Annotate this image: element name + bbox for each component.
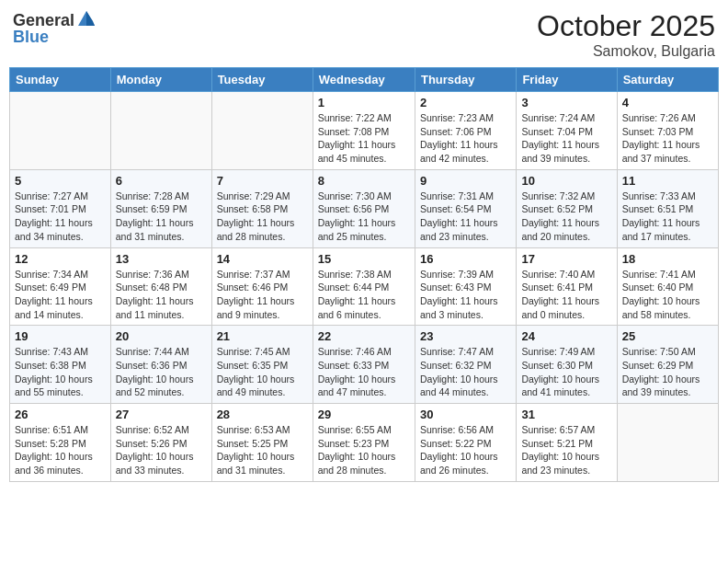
day-number: 14: [217, 252, 308, 266]
calendar-cell: 6Sunrise: 7:28 AM Sunset: 6:59 PM Daylig…: [110, 169, 211, 247]
title-block: October 2025 Samokov, Bulgaria: [537, 9, 715, 60]
calendar-cell: 21Sunrise: 7:45 AM Sunset: 6:35 PM Dayli…: [211, 326, 313, 404]
day-number: 25: [622, 329, 713, 343]
day-info: Sunrise: 6:52 AM Sunset: 5:26 PM Dayligh…: [116, 423, 207, 477]
day-number: 28: [217, 408, 308, 421]
day-info: Sunrise: 7:37 AM Sunset: 6:46 PM Dayligh…: [217, 268, 308, 322]
weekday-header: Sunday: [10, 68, 111, 92]
weekday-header: Monday: [110, 68, 211, 92]
calendar-cell: 13Sunrise: 7:36 AM Sunset: 6:48 PM Dayli…: [110, 247, 211, 326]
calendar-week-row: 19Sunrise: 7:43 AM Sunset: 6:38 PM Dayli…: [10, 326, 719, 404]
calendar-cell: 1Sunrise: 7:22 AM Sunset: 7:08 PM Daylig…: [313, 92, 415, 170]
day-number: 26: [15, 408, 106, 421]
calendar-week-row: 1Sunrise: 7:22 AM Sunset: 7:08 PM Daylig…: [10, 92, 719, 170]
day-info: Sunrise: 7:50 AM Sunset: 6:29 PM Dayligh…: [622, 345, 713, 399]
calendar-cell: 25Sunrise: 7:50 AM Sunset: 6:29 PM Dayli…: [617, 326, 718, 404]
day-info: Sunrise: 7:34 AM Sunset: 6:49 PM Dayligh…: [15, 268, 106, 322]
calendar-cell: 17Sunrise: 7:40 AM Sunset: 6:41 PM Dayli…: [517, 247, 617, 326]
day-info: Sunrise: 7:45 AM Sunset: 6:35 PM Dayligh…: [217, 345, 308, 399]
day-number: 16: [420, 252, 511, 266]
day-number: 2: [420, 96, 511, 109]
day-info: Sunrise: 7:49 AM Sunset: 6:30 PM Dayligh…: [521, 345, 611, 399]
calendar-cell: 24Sunrise: 7:49 AM Sunset: 6:30 PM Dayli…: [517, 326, 617, 404]
day-number: 9: [420, 174, 511, 188]
calendar-cell: 26Sunrise: 6:51 AM Sunset: 5:28 PM Dayli…: [10, 404, 111, 482]
calendar-cell: 28Sunrise: 6:53 AM Sunset: 5:25 PM Dayli…: [211, 404, 313, 482]
day-info: Sunrise: 7:23 AM Sunset: 7:06 PM Dayligh…: [420, 111, 511, 166]
day-info: Sunrise: 6:57 AM Sunset: 5:21 PM Dayligh…: [521, 423, 611, 477]
day-info: Sunrise: 7:44 AM Sunset: 6:36 PM Dayligh…: [116, 345, 207, 399]
day-number: 4: [622, 96, 713, 109]
logo: General Blue: [13, 9, 97, 47]
day-number: 5: [15, 174, 106, 188]
day-number: 15: [318, 252, 410, 266]
calendar-cell: 2Sunrise: 7:23 AM Sunset: 7:06 PM Daylig…: [415, 92, 516, 170]
day-number: 23: [420, 329, 511, 343]
calendar-cell: [211, 92, 313, 170]
calendar-cell: 3Sunrise: 7:24 AM Sunset: 7:04 PM Daylig…: [517, 92, 617, 170]
day-info: Sunrise: 7:38 AM Sunset: 6:44 PM Dayligh…: [318, 268, 410, 322]
day-info: Sunrise: 6:56 AM Sunset: 5:22 PM Dayligh…: [420, 423, 511, 477]
calendar-cell: [110, 92, 211, 170]
day-number: 22: [318, 329, 410, 343]
day-info: Sunrise: 7:33 AM Sunset: 6:51 PM Dayligh…: [622, 190, 713, 244]
calendar-cell: 5Sunrise: 7:27 AM Sunset: 7:01 PM Daylig…: [10, 169, 111, 247]
day-number: 11: [622, 174, 713, 188]
day-info: Sunrise: 7:27 AM Sunset: 7:01 PM Dayligh…: [15, 190, 106, 244]
day-number: 31: [521, 408, 611, 421]
day-info: Sunrise: 7:43 AM Sunset: 6:38 PM Dayligh…: [15, 345, 106, 399]
weekday-header: Friday: [517, 68, 617, 92]
calendar-cell: 7Sunrise: 7:29 AM Sunset: 6:58 PM Daylig…: [211, 169, 313, 247]
day-info: Sunrise: 7:24 AM Sunset: 7:04 PM Dayligh…: [521, 111, 611, 166]
calendar-cell: 29Sunrise: 6:55 AM Sunset: 5:23 PM Dayli…: [313, 404, 415, 482]
weekday-header: Saturday: [617, 68, 718, 92]
day-info: Sunrise: 7:26 AM Sunset: 7:03 PM Dayligh…: [622, 111, 713, 166]
day-number: 13: [116, 252, 207, 266]
calendar-cell: 9Sunrise: 7:31 AM Sunset: 6:54 PM Daylig…: [415, 169, 516, 247]
calendar-cell: [10, 92, 111, 170]
calendar-week-row: 5Sunrise: 7:27 AM Sunset: 7:01 PM Daylig…: [10, 169, 719, 247]
day-info: Sunrise: 7:40 AM Sunset: 6:41 PM Dayligh…: [521, 268, 611, 322]
month-title: October 2025: [537, 9, 715, 43]
calendar-week-row: 12Sunrise: 7:34 AM Sunset: 6:49 PM Dayli…: [10, 247, 719, 326]
day-info: Sunrise: 7:22 AM Sunset: 7:08 PM Dayligh…: [318, 111, 410, 166]
day-number: 7: [217, 174, 308, 188]
calendar-cell: 15Sunrise: 7:38 AM Sunset: 6:44 PM Dayli…: [313, 247, 415, 326]
calendar-cell: 20Sunrise: 7:44 AM Sunset: 6:36 PM Dayli…: [110, 326, 211, 404]
day-info: Sunrise: 7:36 AM Sunset: 6:48 PM Dayligh…: [116, 268, 207, 322]
calendar-table: SundayMondayTuesdayWednesdayThursdayFrid…: [9, 67, 719, 482]
calendar-cell: 16Sunrise: 7:39 AM Sunset: 6:43 PM Dayli…: [415, 247, 516, 326]
calendar-cell: 19Sunrise: 7:43 AM Sunset: 6:38 PM Dayli…: [10, 326, 111, 404]
weekday-header: Wednesday: [313, 68, 415, 92]
day-info: Sunrise: 6:55 AM Sunset: 5:23 PM Dayligh…: [318, 423, 410, 477]
day-info: Sunrise: 7:32 AM Sunset: 6:52 PM Dayligh…: [521, 190, 611, 244]
calendar-header-row: SundayMondayTuesdayWednesdayThursdayFrid…: [10, 68, 719, 92]
day-info: Sunrise: 7:47 AM Sunset: 6:32 PM Dayligh…: [420, 345, 511, 399]
day-info: Sunrise: 7:29 AM Sunset: 6:58 PM Dayligh…: [217, 190, 308, 244]
calendar-cell: 22Sunrise: 7:46 AM Sunset: 6:33 PM Dayli…: [313, 326, 415, 404]
day-number: 18: [622, 252, 713, 266]
day-number: 21: [217, 329, 308, 343]
calendar-cell: 27Sunrise: 6:52 AM Sunset: 5:26 PM Dayli…: [110, 404, 211, 482]
calendar-cell: 8Sunrise: 7:30 AM Sunset: 6:56 PM Daylig…: [313, 169, 415, 247]
location-title: Samokov, Bulgaria: [537, 43, 715, 60]
day-info: Sunrise: 7:28 AM Sunset: 6:59 PM Dayligh…: [116, 190, 207, 244]
day-info: Sunrise: 6:51 AM Sunset: 5:28 PM Dayligh…: [15, 423, 106, 477]
calendar-cell: 10Sunrise: 7:32 AM Sunset: 6:52 PM Dayli…: [517, 169, 617, 247]
day-number: 19: [15, 329, 106, 343]
day-info: Sunrise: 7:41 AM Sunset: 6:40 PM Dayligh…: [622, 268, 713, 322]
day-info: Sunrise: 6:53 AM Sunset: 5:25 PM Dayligh…: [217, 423, 308, 477]
calendar-cell: 30Sunrise: 6:56 AM Sunset: 5:22 PM Dayli…: [415, 404, 516, 482]
calendar-cell: 23Sunrise: 7:47 AM Sunset: 6:32 PM Dayli…: [415, 326, 516, 404]
day-number: 10: [521, 174, 611, 188]
weekday-header: Thursday: [415, 68, 516, 92]
calendar-week-row: 26Sunrise: 6:51 AM Sunset: 5:28 PM Dayli…: [10, 404, 719, 482]
day-number: 6: [116, 174, 207, 188]
day-number: 12: [15, 252, 106, 266]
day-number: 17: [521, 252, 611, 266]
day-number: 29: [318, 408, 410, 421]
day-number: 27: [116, 408, 207, 421]
day-number: 1: [318, 96, 410, 109]
logo-icon: [76, 9, 97, 29]
day-info: Sunrise: 7:31 AM Sunset: 6:54 PM Dayligh…: [420, 190, 511, 244]
